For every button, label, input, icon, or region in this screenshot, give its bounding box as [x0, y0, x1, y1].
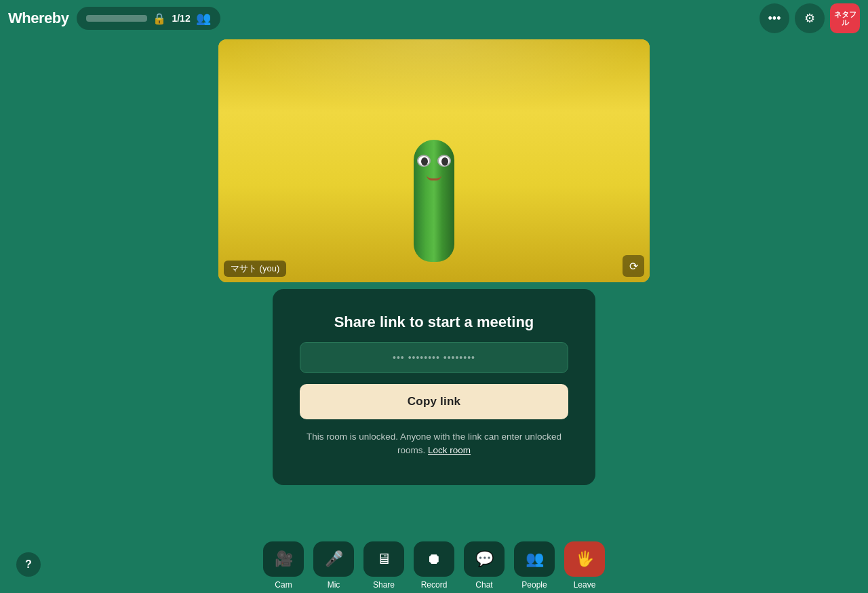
- share-link-input[interactable]: [300, 342, 568, 373]
- more-button[interactable]: •••: [760, 3, 789, 33]
- record-icon-wrap: ⏺: [414, 541, 454, 577]
- more-icon: •••: [768, 12, 781, 26]
- share-label: Share: [373, 580, 395, 590]
- settings-button[interactable]: ⚙: [795, 3, 825, 33]
- people-icon: 👥: [196, 11, 211, 26]
- video-user-label: マサト (you): [224, 261, 286, 277]
- chat-icon-wrap: 💬: [464, 541, 505, 577]
- app-label: ネタフル: [833, 10, 857, 26]
- gear-icon: ⚙: [804, 11, 815, 26]
- share-panel: Share link to start a meeting Copy link …: [273, 289, 595, 485]
- share-note: This room is unlocked. Anyone with the l…: [300, 430, 568, 458]
- header-right: ••• ⚙ ネタフル: [760, 3, 860, 33]
- chat-button[interactable]: 💬 Chat: [460, 541, 508, 590]
- cam-label: Cam: [275, 580, 292, 590]
- leave-label: Leave: [574, 580, 596, 590]
- lock-icon: 🔒: [153, 12, 166, 25]
- mic-icon: 🎤: [325, 550, 343, 568]
- record-icon: ⏺: [427, 550, 441, 568]
- people-icon-wrap: 👥: [514, 541, 555, 577]
- cucumber-eyes: [417, 155, 451, 167]
- header: Whereby 🔒 1/12 👥 ••• ⚙ ネタフル: [0, 0, 868, 37]
- app-button[interactable]: ネタフル: [830, 3, 860, 33]
- lock-room-link[interactable]: Lock room: [428, 445, 471, 455]
- mic-label: Mic: [328, 580, 340, 590]
- left-eye: [417, 155, 431, 167]
- right-pupil: [441, 157, 448, 166]
- copy-link-button[interactable]: Copy link: [300, 384, 568, 419]
- mic-button[interactable]: 🎤 Mic: [310, 541, 357, 590]
- share-icon-wrap: 🖥: [363, 541, 404, 577]
- left-pupil: [421, 157, 428, 166]
- room-url-blur: [86, 15, 147, 22]
- leave-button[interactable]: 🖐 Leave: [561, 541, 608, 590]
- room-count: 1/12: [172, 13, 190, 24]
- share-button[interactable]: 🖥 Share: [360, 541, 408, 590]
- people-button[interactable]: 👥 People: [511, 541, 558, 590]
- rotate-button[interactable]: ⟳: [623, 255, 644, 277]
- video-container: マサト (you) ⟳: [218, 39, 650, 282]
- leave-icon: 🖐: [576, 550, 594, 568]
- cam-icon: 🎥: [275, 550, 293, 568]
- chat-label: Chat: [475, 580, 492, 590]
- video-background: マサト (you) ⟳: [218, 39, 650, 282]
- mic-icon-wrap: 🎤: [313, 541, 354, 577]
- record-label: Record: [421, 580, 448, 590]
- help-button[interactable]: ?: [16, 552, 41, 577]
- room-pill[interactable]: 🔒 1/12 👥: [77, 7, 220, 30]
- people-icon: 👥: [526, 550, 544, 568]
- cucumber-body: [414, 140, 454, 262]
- share-title: Share link to start a meeting: [334, 313, 534, 331]
- leave-icon-wrap: 🖐: [564, 541, 605, 577]
- cucumber-mouth: [427, 175, 441, 180]
- video-content: [414, 140, 454, 262]
- cam-button[interactable]: 🎥 Cam: [260, 541, 307, 590]
- toolbar: 🎥 Cam 🎤 Mic 🖥 Share ⏺ Record 💬 Chat 👥 Pe…: [0, 536, 868, 593]
- share-icon: 🖥: [376, 550, 391, 568]
- logo: Whereby: [8, 9, 68, 27]
- cam-icon-wrap: 🎥: [263, 541, 304, 577]
- record-button[interactable]: ⏺ Record: [410, 541, 458, 590]
- right-eye: [437, 155, 451, 167]
- chat-icon: 💬: [475, 550, 494, 568]
- people-label: People: [521, 580, 547, 590]
- rotate-icon: ⟳: [629, 260, 638, 273]
